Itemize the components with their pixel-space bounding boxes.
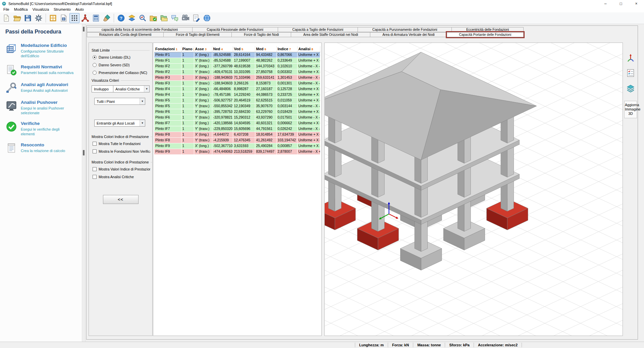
table-row[interactable]: Plinto IF91Y' (trasv.)-474,449063213,518… bbox=[154, 149, 320, 154]
column-header-ned[interactable]: Ned4 bbox=[212, 46, 233, 52]
radio-label: Prevenzione del Collasso (NC) bbox=[99, 71, 147, 75]
checkbox-mostra-le-fondazioni-non-verificate[interactable]: Mostra le Fondazioni Non Verificate bbox=[93, 149, 150, 153]
close-button[interactable]: × bbox=[629, 0, 644, 7]
step-subtitle-link[interactable]: Esegui le verifiche degli elementi bbox=[21, 127, 74, 137]
checkbox-indicator bbox=[93, 175, 97, 179]
pushover-magnifier-button[interactable] bbox=[138, 13, 148, 23]
procedure-step-modellazione-edificio[interactable]: Modellazione EdificioConfigurazione Stru… bbox=[5, 43, 82, 59]
column-header-asse[interactable]: Asse3 bbox=[194, 46, 212, 52]
tab-capacit-flessionale-delle-fondazioni[interactable]: Capacità Flessionale delle Fondazioni bbox=[192, 27, 278, 32]
table-row[interactable]: Plinto IF21Y' (trasv.)-409,47913110,3310… bbox=[154, 69, 320, 75]
table-row[interactable]: Plinto IF91X' (long.)-502,3677103,631593… bbox=[154, 143, 320, 149]
tab-capacit-portante-delle-fondazioni[interactable]: Capacità Portante delle Fondazioni bbox=[447, 32, 524, 37]
maximize-button[interactable]: □ bbox=[613, 0, 629, 7]
tab-area-delle-staffe-orizzontali-nei-nodi[interactable]: Area delle Staffe Orizzontali nei Nodi bbox=[291, 32, 370, 37]
web-globe-button[interactable] bbox=[202, 13, 212, 23]
building-modeller-button[interactable] bbox=[48, 13, 58, 23]
procedure-step-verifiche[interactable]: VerificheEsegui le verifiche degli eleme… bbox=[5, 121, 82, 137]
piani-dropdown[interactable]: Tutti i Piani ▼ bbox=[94, 98, 145, 105]
eigenvalue-layers-button[interactable] bbox=[127, 13, 137, 23]
table-row[interactable]: Plinto IF81X' (long.)-4,6440726,43720818… bbox=[154, 132, 320, 137]
radio-prevenzione-del-collasso-nc[interactable]: Prevenzione del Collasso (NC) bbox=[93, 71, 150, 75]
table-row[interactable]: Plinto IF31X' (long.)-188,94360371,10349… bbox=[154, 75, 320, 80]
column-header-analisi[interactable]: Analisi8 bbox=[297, 46, 320, 52]
table-row[interactable]: Plinto IF61X' (long.)-395,72875322,68423… bbox=[154, 109, 320, 115]
tab-eccentricit-delle-fondazioni[interactable]: Eccentricità delle Fondazioni bbox=[451, 27, 524, 32]
menu-file[interactable]: File bbox=[1, 7, 12, 12]
tab-capacit-a-punzonamento-delle-fondazioni[interactable]: Capacità a Punzonamento delle Fondazioni bbox=[358, 27, 452, 32]
sidebar-splitter[interactable] bbox=[82, 24, 86, 342]
radio-danno-severo-sd[interactable]: Danno Severo (SD) bbox=[93, 63, 150, 67]
view-orientation-button[interactable] bbox=[625, 53, 636, 63]
table-row[interactable]: Plinto IF31Y' (trasv.)-188,9436033,26612… bbox=[154, 80, 320, 86]
column-header-indice[interactable]: Indice7 bbox=[276, 46, 297, 52]
tab-area-di-armatura-verticale-dei-nodi[interactable]: Area di Armatura Verticale dei Nodi bbox=[370, 32, 447, 37]
tab-capacit-a-taglio-delle-fondazioni[interactable]: Capacità a Taglio delle Fondazioni bbox=[278, 27, 358, 32]
menu-strumento[interactable]: Strumento bbox=[51, 7, 73, 12]
table-row[interactable]: Plinto IF41Y' (trasv.)-78,45718614,22924… bbox=[154, 92, 320, 97]
column-header-med[interactable]: Med6 bbox=[255, 46, 276, 52]
settings-button[interactable] bbox=[34, 13, 44, 23]
table-row[interactable]: Plinto IF81Y' (trasv.)-4,21593912,476345… bbox=[154, 137, 320, 143]
save-project-button[interactable] bbox=[23, 13, 33, 23]
open-project-button[interactable] bbox=[12, 13, 22, 23]
member-grid-button[interactable] bbox=[69, 13, 79, 23]
table-row[interactable]: Plinto IF51Y' (trasv.)-550,85534212,1903… bbox=[154, 103, 320, 109]
checkbox-mostra-analisi-critiche[interactable]: Mostra Analisi Critiche bbox=[93, 175, 150, 179]
step-subtitle-link[interactable]: Esegui le analisi Pushover selezionate bbox=[21, 106, 74, 116]
menu-aiuto[interactable]: Aiuto bbox=[73, 7, 86, 12]
menu-visualizza[interactable]: Visualizza bbox=[30, 7, 51, 12]
structure-3d-view[interactable] bbox=[324, 43, 623, 336]
layers-button[interactable] bbox=[625, 83, 636, 93]
results-table[interactable]: Fondazioni1Piano2Asse3Ned4Ved5Med6Indice… bbox=[154, 46, 320, 155]
report-editor-button[interactable] bbox=[191, 13, 201, 23]
tab-capacit-della-forza-di-scorrimento-delle-fon[interactable]: capacità della forza di scorrimento dell… bbox=[87, 27, 193, 32]
table-row[interactable]: Plinto IF21X' (long.)-377,26079948,61953… bbox=[154, 63, 320, 69]
inviluppo-combo[interactable]: Inviluppo Analisi Critiche ▼ bbox=[92, 85, 150, 92]
table-row[interactable]: Plinto IF71Y' (trasv.)-229,85032015,6056… bbox=[154, 126, 320, 132]
chat-bubbles-button[interactable] bbox=[170, 13, 180, 23]
procedure-step-requisiti-normativi[interactable]: Requisiti NormativiParametri basati sull… bbox=[5, 64, 82, 76]
tab-forze-di-taglio-degli-elementi[interactable]: Forze di Taglio degli Elementi bbox=[163, 32, 232, 37]
step-subtitle-link[interactable]: Parametri basati sulla normativa bbox=[21, 70, 73, 75]
table-row[interactable]: Plinto IF61Y' (trasv.)-320,97882115,2903… bbox=[154, 115, 320, 120]
table-cell: 213,518259 bbox=[233, 149, 255, 154]
minimize-button[interactable]: – bbox=[598, 0, 613, 7]
table-row[interactable]: Plinto IF41X' (long.)-66,4848068,9982872… bbox=[154, 86, 320, 92]
radio-danno-limitato-dl[interactable]: Danno Limitato (DL) bbox=[93, 55, 150, 59]
procedure-step-resoconto[interactable]: ResocontoCrea la relazione di calcolo bbox=[5, 142, 82, 154]
column-header-label: Ned bbox=[213, 47, 220, 51]
checkbox-mostra-valori-indice-di-prestazione[interactable]: Mostra Valori Indice di Prestazione bbox=[93, 167, 150, 171]
procedure-step-analisi-agli-autovalori[interactable]: Analisi agli AutovaloriEsegui Analisi ag… bbox=[5, 82, 82, 94]
checks-folder-button[interactable] bbox=[148, 13, 158, 23]
calculator-button[interactable] bbox=[91, 13, 101, 23]
table-row[interactable]: Plinto IF51X' (long.)-506,92775720,46451… bbox=[154, 97, 320, 103]
video-projector-button[interactable] bbox=[180, 13, 191, 23]
aggiorna-immagine-3d-button[interactable]: Aggiorna Immagine 3D bbox=[624, 101, 637, 118]
checks-display-button[interactable] bbox=[625, 68, 636, 78]
step-subtitle-link[interactable]: Esegui Analisi agli Autovalori bbox=[21, 88, 68, 93]
procedure-step-analisi-pushover[interactable]: Analisi PushoverEsegui le analisi Pushov… bbox=[5, 100, 82, 116]
table-row[interactable]: Plinto IF11Y' (trasv.)-85,52458817,19900… bbox=[154, 58, 320, 63]
collapse-panel-button[interactable]: << bbox=[103, 195, 139, 204]
assi-locali-dropdown[interactable]: Entrambi gli Assi Locali ▼ bbox=[94, 120, 145, 127]
step-subtitle-link[interactable]: Crea la relazione di calcolo bbox=[21, 148, 65, 153]
chevron-down-icon[interactable]: ▼ bbox=[144, 86, 149, 92]
table-cell: 8,998287 bbox=[233, 86, 255, 92]
structural-nodes-button[interactable] bbox=[80, 13, 90, 23]
new-project-button[interactable] bbox=[1, 13, 11, 23]
code-requirements-button[interactable] bbox=[59, 13, 69, 23]
tab-forze-di-taglio-dei-nodi[interactable]: Forze di Taglio dei Nodi bbox=[231, 32, 291, 37]
column-header-piano[interactable]: Piano2 bbox=[181, 46, 194, 52]
table-row[interactable]: Plinto IF71X' (long.)-420,13856614,60459… bbox=[154, 120, 320, 126]
column-header-ved[interactable]: Ved5 bbox=[233, 46, 255, 52]
tab-rotazioni-alla-corda-degli-elementi[interactable]: Rotazioni alla Corda degli Elementi bbox=[87, 32, 164, 37]
menu-modifica[interactable]: Modifica bbox=[12, 7, 30, 12]
help-button[interactable]: ? bbox=[116, 13, 126, 23]
column-header-fondazioni[interactable]: Fondazioni1 bbox=[154, 46, 181, 52]
table-row[interactable]: Plinto IF11X' (long.)-85,52458828,614164… bbox=[154, 52, 320, 58]
checkbox-mostra-tutte-le-fondazioni[interactable]: Mostra Tutte le Fondazioni bbox=[93, 142, 150, 146]
clean-brush-button[interactable] bbox=[102, 13, 112, 23]
step-subtitle-link[interactable]: Configurazione Strutturale dell'Edificio bbox=[21, 49, 74, 59]
reports-folder-button[interactable] bbox=[159, 13, 169, 23]
